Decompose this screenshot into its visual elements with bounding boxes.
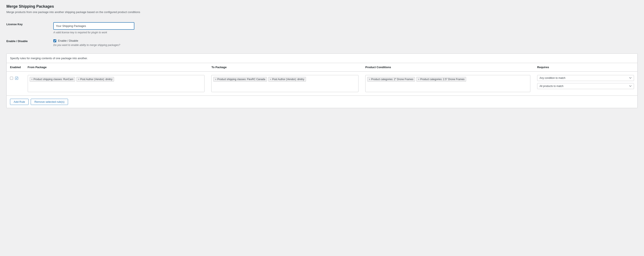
add-rule-button[interactable]: Add Rule <box>10 99 28 105</box>
to-tag-2[interactable]: × Post Author (Vendor): dmitry <box>268 77 306 82</box>
from-tag-2[interactable]: × Post Author (Vendor): dmitry <box>76 77 114 82</box>
enable-disable-row: Enable / Disable Enable / Disable Do you… <box>6 37 638 49</box>
condition-tag-1[interactable]: × Product categories: 2" Drone Frames <box>367 77 415 82</box>
col-from-header: From Package <box>24 63 208 72</box>
row-checkbox-checked[interactable] <box>15 77 18 80</box>
to-tag-1-label: Product shipping classes: FlexRC Canada <box>217 78 265 81</box>
from-tag-2-label: Post Author (Vendor): dmitry <box>80 78 112 81</box>
to-tag-1-remove[interactable]: × <box>215 78 216 81</box>
enable-disable-label: Enable / Disable <box>6 37 49 49</box>
page-description: Merge products from one package into ano… <box>6 11 638 14</box>
col-conditions-header: Product Conditions <box>362 63 534 72</box>
remove-rule-button[interactable]: Remove selected rule(s) <box>31 99 68 105</box>
to-tag-2-label: Post Author (Vendor): dmitry <box>272 78 304 81</box>
condition-tag-2[interactable]: × Product categories: 2.5" Drone Frames <box>416 77 466 82</box>
rules-header-row: Enabled From Package To Package Product … <box>6 63 638 72</box>
from-tag-2-remove[interactable]: × <box>78 78 79 81</box>
rules-container: Specify rules for merging contents of on… <box>6 53 638 108</box>
conditions-cell: × Product categories: 2" Drone Frames × … <box>362 72 534 96</box>
enable-disable-checkbox-label: Enable / Disable <box>58 39 78 42</box>
enable-disable-hint: Do you want to enable ability to merge s… <box>53 44 638 47</box>
conditions-tags[interactable]: × Product categories: 2" Drone Frames × … <box>365 75 530 92</box>
enabled-cell <box>6 72 24 96</box>
from-package-tags[interactable]: × Product shipping classes: RunCam × Pos… <box>28 75 205 92</box>
settings-table: License Key A valid license key is requi… <box>6 20 638 49</box>
from-tag-1[interactable]: × Product shipping classes: RunCam <box>30 77 75 82</box>
license-key-cell: A valid license key is required for plug… <box>49 20 638 37</box>
license-key-input[interactable] <box>53 22 134 30</box>
license-key-row: License Key A valid license key is requi… <box>6 20 638 37</box>
from-tag-1-label: Product shipping classes: RunCam <box>34 78 73 81</box>
col-enabled-header: Enabled <box>6 63 24 72</box>
enable-disable-cell: Enable / Disable Do you want to enable a… <box>49 37 638 49</box>
to-package-cell: × Product shipping classes: FlexRC Canad… <box>208 72 362 96</box>
from-package-cell: × Product shipping classes: RunCam × Pos… <box>24 72 208 96</box>
to-tag-1[interactable]: × Product shipping classes: FlexRC Canad… <box>213 77 267 82</box>
to-tag-2-remove[interactable]: × <box>270 78 271 81</box>
page-title: Merge Shipping Packages <box>6 4 638 9</box>
col-to-header: To Package <box>208 63 362 72</box>
table-row: × Product shipping classes: RunCam × Pos… <box>6 72 638 96</box>
enable-disable-checkbox-row: Enable / Disable <box>53 39 638 42</box>
condition-tag-2-remove[interactable]: × <box>418 78 419 81</box>
row-checkbox-unchecked[interactable] <box>10 77 13 80</box>
to-package-tags[interactable]: × Product shipping classes: FlexRC Canad… <box>211 75 358 92</box>
rules-description: Specify rules for merging contents of on… <box>6 54 638 63</box>
requires-condition-select[interactable]: Any condition to match All conditions to… <box>537 75 634 81</box>
requires-cell: Any condition to match All conditions to… <box>534 72 638 96</box>
from-tag-1-remove[interactable]: × <box>31 78 33 81</box>
enable-disable-checkbox[interactable] <box>53 39 56 42</box>
condition-tag-1-label: Product categories: 2" Drone Frames <box>371 78 414 81</box>
checkboxes-group <box>10 75 21 80</box>
condition-tag-2-label: Product categories: 2.5" Drone Frames <box>420 78 465 81</box>
condition-tag-1-remove[interactable]: × <box>369 78 370 81</box>
rules-table: Enabled From Package To Package Product … <box>6 63 638 95</box>
footer-buttons: Add Rule Remove selected rule(s) <box>6 95 638 108</box>
col-requires-header: Requires <box>534 63 638 72</box>
license-key-hint: A valid license key is required for plug… <box>53 31 638 34</box>
requires-products-select[interactable]: All products to match Any product to mat… <box>537 83 634 89</box>
license-key-label: License Key <box>6 20 49 37</box>
